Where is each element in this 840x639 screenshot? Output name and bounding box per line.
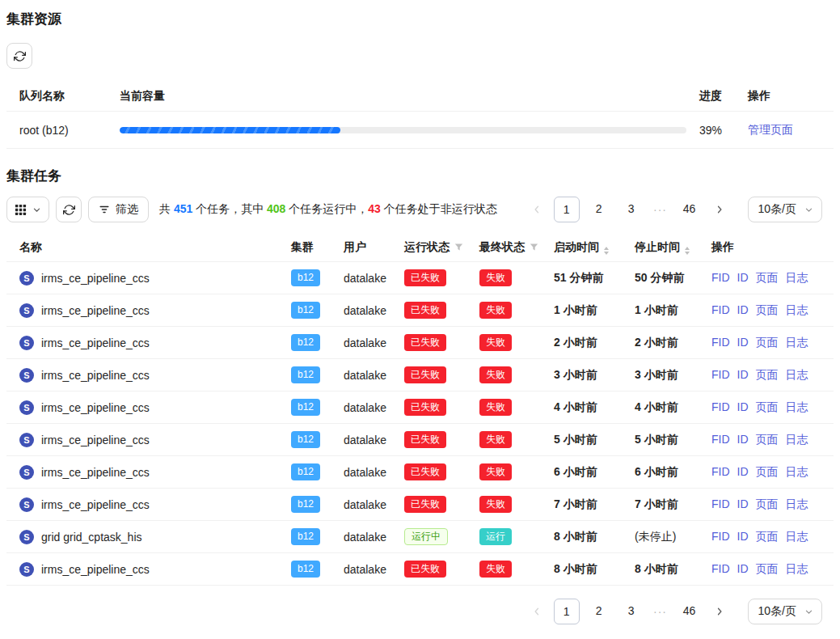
pagination-prev[interactable] [526,599,547,624]
start-time: 3 小时前 [547,359,628,391]
action-link-page[interactable]: 页面 [756,368,779,381]
cluster-badge: b12 [291,302,320,319]
action-link-fid[interactable]: FID [711,465,730,478]
pagination-page-3[interactable]: 3 [618,197,644,222]
action-link-id[interactable]: ID [737,530,749,543]
final-status-badge: 失败 [479,399,512,416]
action-link-log[interactable]: 日志 [786,368,808,381]
pagination-next[interactable] [709,197,730,222]
row-actions: FIDID页面日志 [705,489,834,521]
action-link-log[interactable]: 日志 [786,465,808,478]
refresh-icon [14,50,26,62]
stop-time: 5 小时前 [628,424,705,456]
page-size-select[interactable]: 10条/页 [748,197,822,222]
action-link-id[interactable]: ID [737,336,749,349]
cluster-badge: b12 [291,399,320,416]
action-link-log[interactable]: 日志 [786,433,808,446]
action-link-id[interactable]: ID [737,433,749,446]
row-actions: FIDID页面日志 [705,262,834,294]
filter-button[interactable]: 筛选 [88,197,149,222]
pagination-page-2[interactable]: 2 [586,599,612,624]
action-link-page[interactable]: 页面 [756,271,779,284]
user-cell: datalake [337,489,398,521]
stop-time: 7 小时前 [628,489,705,521]
action-link-log[interactable]: 日志 [786,562,808,575]
user-cell: datalake [337,553,398,586]
task-name: irms_ce_pipeline_ccs [41,401,150,414]
action-link-log[interactable]: 日志 [786,497,808,510]
action-link-id[interactable]: ID [737,465,749,478]
column-settings-dropdown[interactable] [6,197,49,222]
sorter-icon[interactable] [685,247,690,255]
action-link-page[interactable]: 页面 [756,303,779,316]
action-link-log[interactable]: 日志 [786,303,808,316]
action-link-id[interactable]: ID [737,303,749,316]
run-status-badge: 已失败 [404,302,446,319]
cluster-badge: b12 [291,496,320,513]
action-link-fid[interactable]: FID [711,400,730,413]
pagination-page-1[interactable]: 1 [554,599,580,624]
action-link-fid[interactable]: FID [711,271,730,284]
action-link-page[interactable]: 页面 [756,400,779,413]
filter-icon[interactable] [530,241,538,254]
action-link-fid[interactable]: FID [711,562,730,575]
action-link-log[interactable]: 日志 [786,271,808,284]
action-link-fid[interactable]: FID [711,368,730,381]
page-size-select[interactable]: 10条/页 [748,599,822,624]
action-link-fid[interactable]: FID [711,433,730,446]
action-link-fid[interactable]: FID [711,303,730,316]
action-link-page[interactable]: 页面 [756,336,779,349]
col-header-cluster: 集群 [285,234,337,262]
row-actions: FIDID页面日志 [705,424,834,456]
action-link-fid[interactable]: FID [711,336,730,349]
task-name: irms_ce_pipeline_ccs [41,498,150,511]
grid-icon [15,204,27,216]
pagination-page-last[interactable]: 46 [677,197,703,222]
pagination-ellipsis[interactable]: ··· [651,203,670,216]
pagination-page-2[interactable]: 2 [586,197,612,222]
pagination-page-last[interactable]: 46 [677,599,703,624]
manage-page-link[interactable]: 管理页面 [748,123,793,136]
chevron-down-icon [804,205,813,214]
action-link-id[interactable]: ID [737,562,749,575]
spark-avatar-icon: S [19,465,34,480]
user-cell: datalake [337,456,398,489]
tasks-refresh-button[interactable] [56,197,82,222]
pagination-next[interactable] [709,599,730,624]
pagination-ellipsis[interactable]: ··· [651,605,670,618]
action-link-fid[interactable]: FID [711,497,730,510]
final-status-badge: 失败 [479,269,512,286]
action-link-page[interactable]: 页面 [756,433,779,446]
action-link-log[interactable]: 日志 [786,530,808,543]
resources-table-row: root (b12) 39% 管理页面 [6,112,834,149]
resources-refresh-button[interactable] [6,43,32,69]
action-link-log[interactable]: 日志 [786,336,808,349]
action-link-page[interactable]: 页面 [756,465,779,478]
final-status-badge: 失败 [479,431,512,448]
user-cell: datalake [337,424,398,456]
action-link-page[interactable]: 页面 [756,497,779,510]
action-link-id[interactable]: ID [737,497,749,510]
col-header-user: 用户 [337,234,398,262]
action-link-page[interactable]: 页面 [756,562,779,575]
tasks-summary: 共 451 个任务，其中 408 个任务运行中，43 个任务处于非运行状态 [159,202,497,217]
pagination-page-1[interactable]: 1 [554,197,580,222]
action-link-id[interactable]: ID [737,368,749,381]
table-row: S irms_ce_pipeline_ccs b12 datalake 已失败 … [6,391,834,424]
action-link-log[interactable]: 日志 [786,400,808,413]
spark-avatar-icon: S [19,336,34,350]
task-name: irms_ce_pipeline_ccs [41,434,150,446]
pagination-prev[interactable] [526,197,547,222]
start-time: 51 分钟前 [547,262,628,294]
sorter-icon[interactable] [604,247,609,255]
chevron-down-icon [804,607,813,616]
col-header-progress: 进度 [699,89,735,104]
action-link-id[interactable]: ID [737,271,749,284]
action-link-page[interactable]: 页面 [756,530,779,543]
action-link-fid[interactable]: FID [711,530,730,543]
filter-icon[interactable] [454,241,463,254]
stop-time: 3 小时前 [628,359,705,391]
pagination-page-3[interactable]: 3 [618,599,644,624]
action-link-id[interactable]: ID [737,400,749,413]
row-actions: FIDID页面日志 [705,553,834,586]
